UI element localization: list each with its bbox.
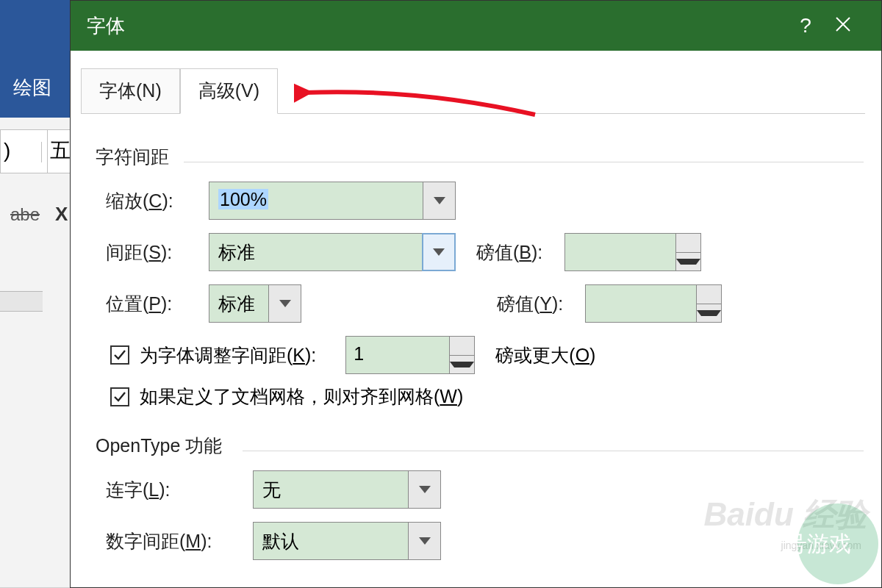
scale-value[interactable]: 100% (209, 182, 423, 219)
position-pt-value[interactable] (586, 285, 696, 322)
close-button[interactable] (821, 15, 865, 36)
ligatures-value[interactable]: 无 (254, 471, 408, 508)
spin-up-icon[interactable] (450, 337, 474, 356)
kerning-suffix: 磅或更大(O) (495, 343, 595, 368)
check-icon (113, 390, 126, 404)
strikethrough-sample: abe (10, 204, 40, 225)
chevron-down-icon[interactable] (422, 233, 456, 271)
row-position: 位置(P): 标准 磅值(Y): (106, 284, 864, 323)
spacing-combo[interactable]: 标准 (209, 233, 456, 271)
section-char-spacing: 字符间距 (96, 145, 864, 169)
spacing-pt-spin[interactable] (564, 233, 701, 271)
tab-advanced[interactable]: 高级(V) (180, 68, 278, 114)
watermark-baidu: Baidu 经验 (704, 493, 867, 537)
spacing-value[interactable]: 标准 (209, 234, 423, 270)
help-button[interactable]: ? (790, 14, 821, 37)
snap-grid-label: 如果定义了文档网格，则对齐到网格(W) (140, 384, 463, 409)
section-divider (184, 162, 864, 162)
tab-font[interactable]: 字体(N) (81, 68, 180, 114)
ligatures-label: 连字(L): (106, 478, 253, 502)
close-icon (834, 15, 852, 33)
spin-down-icon[interactable] (450, 356, 474, 374)
spin-down-icon[interactable] (676, 253, 700, 271)
position-label: 位置(P): (106, 292, 209, 316)
chevron-down-icon[interactable] (408, 471, 440, 508)
num-spacing-combo[interactable]: 默认 (253, 522, 441, 560)
row-kerning: 为字体调整字间距(K): 1 磅或更大(O) (110, 336, 864, 374)
watermark-url: jingyan.xiavv.com (781, 539, 861, 551)
kerning-spin[interactable]: 1 (345, 336, 475, 374)
position-combo[interactable]: 标准 (209, 284, 301, 323)
spin-down-icon[interactable] (697, 304, 721, 323)
titlebar: 字体 ? (71, 1, 881, 51)
spin-up-icon[interactable] (697, 285, 721, 304)
position-pt-spin[interactable] (585, 284, 722, 323)
ligatures-combo[interactable]: 无 (253, 470, 441, 509)
position-value[interactable]: 标准 (209, 285, 268, 322)
dialog-title: 字体 (87, 13, 790, 39)
spacing-pt-value[interactable] (565, 234, 675, 270)
kerning-label: 为字体调整字间距(K): (140, 343, 316, 368)
spacing-label: 间距(S): (106, 240, 209, 265)
num-spacing-value[interactable]: 默认 (254, 523, 408, 559)
scale-combo[interactable]: 100% (209, 182, 456, 220)
chevron-down-icon[interactable] (423, 182, 455, 219)
tab-strip: 字体(N) 高级(V) (71, 67, 881, 114)
ruler-fragment (0, 291, 43, 312)
kerning-value[interactable]: 1 (346, 337, 449, 373)
row-spacing: 间距(S): 标准 磅值(B): (106, 233, 864, 271)
section-opentype: OpenType 功能 (96, 434, 864, 458)
chevron-down-icon[interactable] (408, 523, 440, 559)
section-divider (243, 451, 864, 451)
ribbon-tab-draw[interactable]: 绘图 (13, 75, 51, 101)
spacing-pt-label: 磅值(B): (476, 240, 564, 265)
scale-label: 缩放(C): (106, 189, 209, 213)
position-pt-label: 磅值(Y): (497, 292, 585, 316)
snap-grid-checkbox[interactable] (110, 387, 129, 406)
chevron-down-icon[interactable] (268, 285, 301, 322)
row-scale: 缩放(C): 100% (106, 182, 864, 220)
kerning-checkbox[interactable] (110, 345, 129, 365)
superscript-x: X (55, 203, 68, 226)
spin-up-icon[interactable] (676, 234, 700, 253)
num-spacing-label: 数字间距(M): (106, 529, 253, 553)
check-icon (113, 348, 126, 362)
font-dropdown-text: ) (4, 139, 10, 162)
ribbon-body-background (0, 118, 70, 588)
row-snap-grid: 如果定义了文档网格，则对齐到网格(W) (110, 384, 864, 409)
